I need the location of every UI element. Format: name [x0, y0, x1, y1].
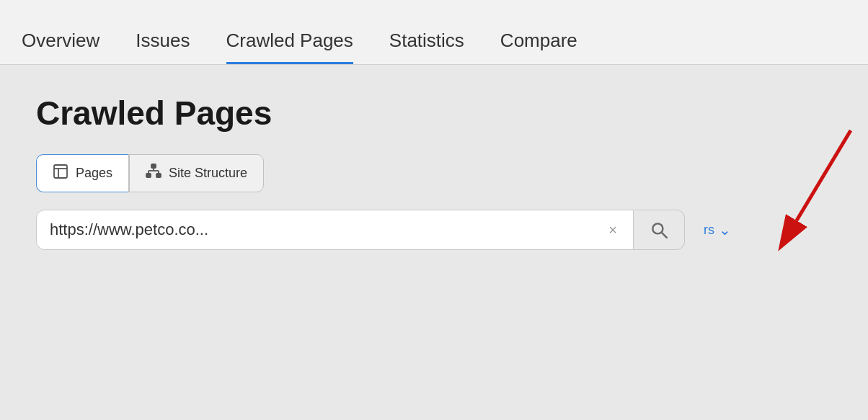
- site-structure-toggle-label: Site Structure: [169, 166, 247, 181]
- filters-button[interactable]: rs ⌄: [692, 211, 743, 249]
- site-structure-toggle-button[interactable]: Site Structure: [129, 154, 264, 192]
- svg-rect-5: [156, 174, 161, 177]
- clear-icon: ×: [608, 222, 617, 238]
- top-navigation: Overview Issues Crawled Pages Statistics…: [0, 0, 868, 65]
- tab-compare[interactable]: Compare: [500, 30, 577, 64]
- site-structure-icon: [146, 164, 161, 183]
- pages-icon: [53, 164, 68, 183]
- search-input-wrapper: ×: [36, 210, 634, 250]
- search-icon: [650, 220, 668, 239]
- svg-rect-4: [146, 174, 151, 177]
- filters-label: rs: [704, 223, 714, 238]
- clear-button[interactable]: ×: [606, 222, 620, 238]
- svg-line-11: [662, 233, 667, 238]
- chevron-down-icon: ⌄: [719, 221, 731, 238]
- search-input[interactable]: [50, 220, 598, 239]
- pages-toggle-label: Pages: [76, 166, 112, 181]
- tab-crawled-pages[interactable]: Crawled Pages: [226, 30, 353, 64]
- svg-rect-3: [151, 164, 156, 168]
- svg-rect-0: [54, 165, 67, 178]
- search-button[interactable]: [634, 210, 685, 250]
- search-row: × rs ⌄: [36, 210, 743, 250]
- page-title: Crawled Pages: [36, 94, 839, 133]
- view-toggle-group: Pages Site Structure: [36, 154, 839, 192]
- tab-issues[interactable]: Issues: [136, 30, 190, 64]
- main-content: Crawled Pages Pages: [0, 65, 868, 279]
- tab-statistics[interactable]: Statistics: [389, 30, 464, 64]
- tab-overview[interactable]: Overview: [22, 30, 99, 64]
- pages-toggle-button[interactable]: Pages: [36, 154, 129, 192]
